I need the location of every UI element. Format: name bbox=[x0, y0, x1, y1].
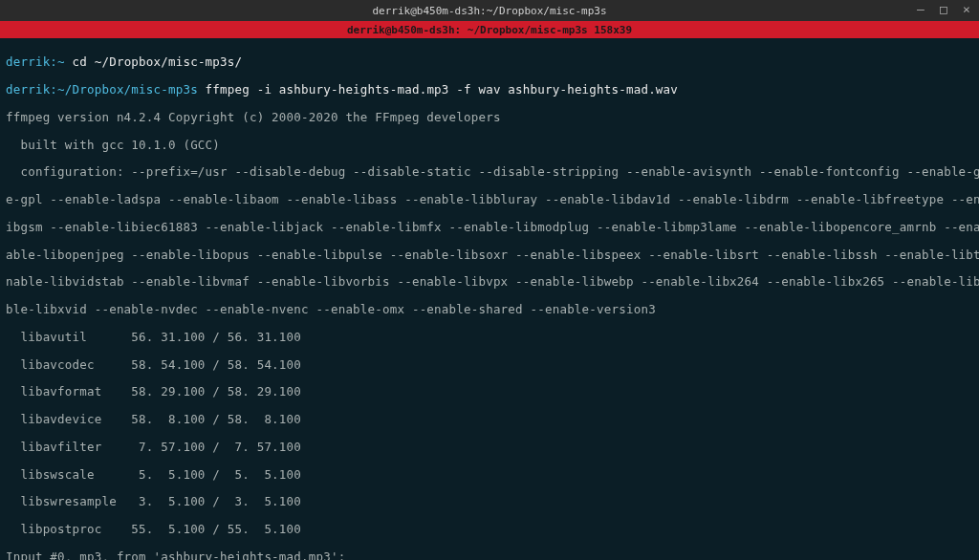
window-controls: — □ × bbox=[914, 3, 973, 16]
output-line: e-gpl --enable-ladspa --enable-libaom --… bbox=[6, 193, 973, 206]
output-line: libswresample 3. 5.100 / 3. 5.100 bbox=[6, 495, 973, 508]
output-line: able-libopenjpeg --enable-libopus --enab… bbox=[6, 248, 973, 262]
prompt-user: derrik:~/Dropbox/misc-mp3s bbox=[6, 82, 198, 97]
terminal-output[interactable]: derrik:~ cd ~/Dropbox/misc-mp3s/ derrik:… bbox=[0, 38, 979, 560]
minimize-button[interactable]: — bbox=[914, 3, 927, 16]
output-line: libavformat 58. 29.100 / 58. 29.100 bbox=[6, 385, 973, 398]
status-bar-text: derrik@b450m-ds3h: ~/Dropbox/misc-mp3s 1… bbox=[347, 24, 632, 36]
output-line: Input #0, mp3, from 'ashbury-heights-mad… bbox=[6, 550, 973, 560]
output-line: libavutil 56. 31.100 / 56. 31.100 bbox=[6, 331, 973, 344]
output-line: ble-libxvid --enable-nvdec --enable-nven… bbox=[6, 303, 973, 316]
output-line: libavcodec 58. 54.100 / 58. 54.100 bbox=[6, 358, 973, 372]
output-line: libavfilter 7. 57.100 / 7. 57.100 bbox=[6, 441, 973, 454]
terminal-status-bar: derrik@b450m-ds3h: ~/Dropbox/misc-mp3s 1… bbox=[0, 21, 979, 38]
output-line: libswscale 5. 5.100 / 5. 5.100 bbox=[6, 468, 973, 482]
output-line: ffmpeg version n4.2.4 Copyright (c) 2000… bbox=[6, 111, 973, 124]
output-line: configuration: --prefix=/usr --disable-d… bbox=[6, 165, 973, 179]
maximize-button[interactable]: □ bbox=[937, 3, 950, 16]
output-line: libpostproc 55. 5.100 / 55. 5.100 bbox=[6, 523, 973, 536]
output-line: built with gcc 10.1.0 (GCC) bbox=[6, 139, 973, 152]
command-text: cd ~/Dropbox/misc-mp3s/ bbox=[73, 54, 243, 69]
output-line: ibgsm --enable-libiec61883 --enable-libj… bbox=[6, 221, 973, 234]
output-line: libavdevice 58. 8.100 / 58. 8.100 bbox=[6, 413, 973, 426]
prompt-user: derrik:~ bbox=[6, 54, 65, 69]
window-titlebar: derrik@b450m-ds3h:~/Dropbox/misc-mp3s — … bbox=[0, 0, 979, 21]
window-title: derrik@b450m-ds3h:~/Dropbox/misc-mp3s bbox=[372, 5, 606, 17]
close-button[interactable]: × bbox=[960, 3, 973, 16]
output-line: nable-libvidstab --enable-libvmaf --enab… bbox=[6, 275, 973, 289]
command-text: ffmpeg -i ashbury-heights-mad.mp3 -f wav… bbox=[206, 82, 678, 97]
